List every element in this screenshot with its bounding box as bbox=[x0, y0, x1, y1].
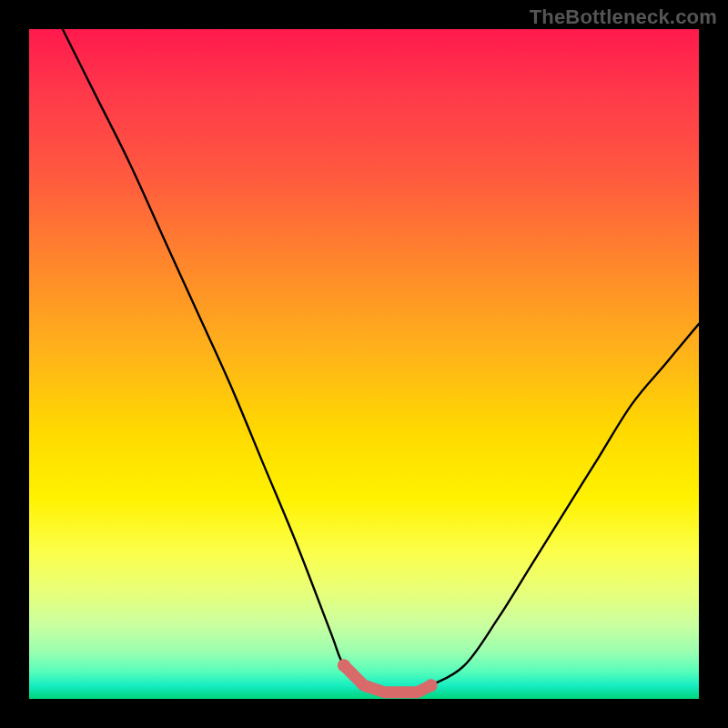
chart-frame: TheBottleneck.com bbox=[0, 0, 728, 728]
curve-layer bbox=[29, 29, 699, 699]
highlight-endcap bbox=[338, 659, 350, 672]
bottleneck-curve bbox=[63, 29, 699, 693]
watermark-text: TheBottleneck.com bbox=[530, 5, 717, 29]
plot-area bbox=[29, 29, 699, 699]
highlight-endcap bbox=[425, 679, 438, 692]
optimal-range-highlight bbox=[344, 665, 431, 692]
